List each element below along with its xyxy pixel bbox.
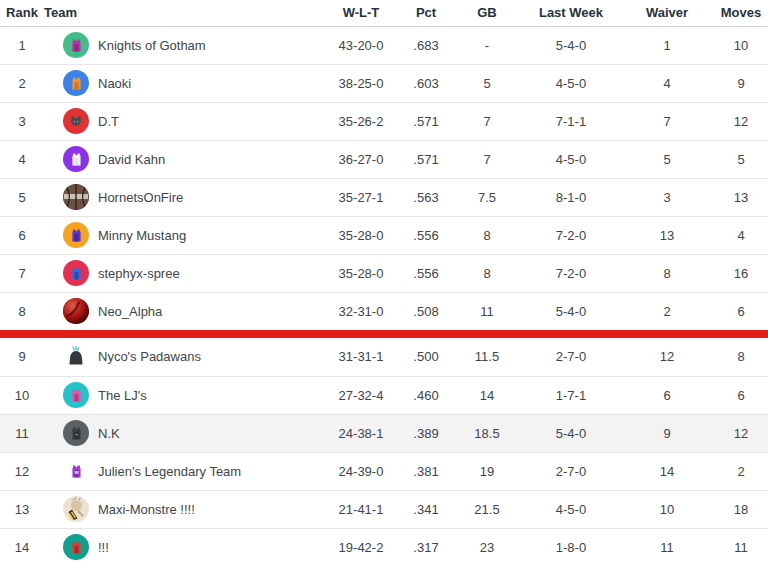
table-row[interactable]: 10 The LJ's 27-32-4 .460 14 1-7-1 6 6 xyxy=(0,376,768,414)
last_week-cell: 7-1-1 xyxy=(522,102,620,140)
pct-cell: .460 xyxy=(400,376,452,414)
team-cell: • N.K xyxy=(44,414,322,452)
last_week-cell: 1-8-0 xyxy=(522,528,620,562)
standings-header: Rank Team W-L-T Pct GB Last Week Waiver … xyxy=(0,0,768,26)
moves-cell: 12 xyxy=(714,414,768,452)
team-avatar[interactable] xyxy=(63,382,89,408)
rank-cell: 1 xyxy=(0,26,44,64)
standings-body: 1 Knights of Gotham 43-20-0 .683 - 5-4-0… xyxy=(0,26,768,562)
moves-cell: 4 xyxy=(714,216,768,254)
team-avatar[interactable] xyxy=(63,534,89,560)
wlt-cell: 43-20-0 xyxy=(322,26,400,64)
team-name-link[interactable]: stephyx-spree xyxy=(98,266,180,281)
pct-cell: .381 xyxy=(400,452,452,490)
table-row[interactable]: 14 !!! 19-42-2 .317 23 1-8-0 11 11 xyxy=(0,528,768,562)
team-name-link[interactable]: N.K xyxy=(98,426,120,441)
gb-cell: 14 xyxy=(452,376,522,414)
table-row[interactable]: 8 Neo_Alpha 32-31-0 .508 11 5-4-0 2 6 xyxy=(0,292,768,330)
rank-cell: 7 xyxy=(0,254,44,292)
team-avatar[interactable] xyxy=(63,260,89,286)
last_week-cell: 4-5-0 xyxy=(522,140,620,178)
pct-cell: .500 xyxy=(400,338,452,376)
jersey-icon xyxy=(69,388,84,403)
table-row[interactable]: 13 Maxi-Monstre !!!! 21-41-1 .341 21.5 4… xyxy=(0,490,768,528)
gb-cell: 11 xyxy=(452,292,522,330)
waiver-cell: 8 xyxy=(620,254,714,292)
jersey-icon: • xyxy=(69,426,84,441)
gb-cell: - xyxy=(452,26,522,64)
rank-cell: 4 xyxy=(0,140,44,178)
waiver-cell: 4 xyxy=(620,64,714,102)
basketball-icon xyxy=(63,184,89,210)
table-row[interactable]: 9 Nyco's Padawans 31-31-1 .500 11.5 2-7-… xyxy=(0,338,768,376)
table-row[interactable]: 11 • N.K 24-38-1 .389 18.5 5-4-0 9 12 xyxy=(0,414,768,452)
table-row[interactable]: 3 D.T 35-26-2 .571 7 7-1-1 7 12 xyxy=(0,102,768,140)
wlt-cell: 24-39-0 xyxy=(322,452,400,490)
team-name-link[interactable]: The LJ's xyxy=(98,388,147,403)
team-name-link[interactable]: Nyco's Padawans xyxy=(98,349,201,364)
team-avatar[interactable] xyxy=(63,108,89,134)
table-row[interactable]: 5 HornetsOnFire 35-27-1 .563 7.5 8-1-0 3… xyxy=(0,178,768,216)
last_week-cell: 4-5-0 xyxy=(522,64,620,102)
team-avatar[interactable] xyxy=(63,32,89,58)
gb-cell: 18.5 xyxy=(452,414,522,452)
moves-cell: 8 xyxy=(714,338,768,376)
team-avatar[interactable] xyxy=(63,70,89,96)
table-row[interactable]: 2 Naoki 38-25-0 .603 5 4-5-0 4 9 xyxy=(0,64,768,102)
waiver-cell: 9 xyxy=(620,414,714,452)
pct-cell: .571 xyxy=(400,102,452,140)
team-name-link[interactable]: Julien's Legendary Team xyxy=(98,464,241,479)
moves-cell: 12 xyxy=(714,102,768,140)
team-cell: Knights of Gotham xyxy=(44,26,322,64)
table-row[interactable]: 12 W Julien's Legendary Team 24-39-0 .38… xyxy=(0,452,768,490)
col-header-last-week: Last Week xyxy=(522,0,620,26)
globe-icon xyxy=(63,298,89,324)
team-name-link[interactable]: Knights of Gotham xyxy=(98,38,206,53)
team-cell: W Julien's Legendary Team xyxy=(44,452,322,490)
wlt-cell: 36-27-0 xyxy=(322,140,400,178)
waiver-cell: 2 xyxy=(620,292,714,330)
team-avatar[interactable] xyxy=(63,184,89,210)
table-row[interactable]: 7 stephyx-spree 35-28-0 .556 8 7-2-0 8 1… xyxy=(0,254,768,292)
wlt-cell: 32-31-0 xyxy=(322,292,400,330)
team-name-link[interactable]: D.T xyxy=(98,114,119,129)
last_week-cell: 8-1-0 xyxy=(522,178,620,216)
team-name-link[interactable]: David Kahn xyxy=(98,152,165,167)
moves-cell: 2 xyxy=(714,452,768,490)
table-row[interactable]: 4 David Kahn 36-27-0 .571 7 4-5-0 5 5 xyxy=(0,140,768,178)
team-cell: Maxi-Monstre !!!! xyxy=(44,490,322,528)
jersey-icon xyxy=(69,38,84,53)
pct-cell: .556 xyxy=(400,216,452,254)
waiver-cell: 1 xyxy=(620,26,714,64)
team-avatar[interactable]: • xyxy=(63,420,89,446)
team-avatar[interactable] xyxy=(63,222,89,248)
gb-cell: 11.5 xyxy=(452,338,522,376)
pct-cell: .571 xyxy=(400,140,452,178)
team-avatar[interactable] xyxy=(63,146,89,172)
gb-cell: 8 xyxy=(452,254,522,292)
wlt-cell: 27-32-4 xyxy=(322,376,400,414)
table-row[interactable]: 1 Knights of Gotham 43-20-0 .683 - 5-4-0… xyxy=(0,26,768,64)
team-avatar[interactable]: W xyxy=(63,458,89,484)
rank-cell: 10 xyxy=(0,376,44,414)
col-header-team: Team xyxy=(44,0,322,26)
team-name-link[interactable]: HornetsOnFire xyxy=(98,190,183,205)
team-avatar[interactable] xyxy=(63,496,89,522)
team-name-link[interactable]: Neo_Alpha xyxy=(98,304,162,319)
team-name-link[interactable]: !!! xyxy=(98,540,109,555)
pct-cell: .317 xyxy=(400,528,452,562)
team-name-link[interactable]: Naoki xyxy=(98,76,131,91)
rank-cell: 2 xyxy=(0,64,44,102)
wlt-cell: 24-38-1 xyxy=(322,414,400,452)
rank-cell: 6 xyxy=(0,216,44,254)
team-name-link[interactable]: Maxi-Monstre !!!! xyxy=(98,502,195,517)
table-row[interactable]: 6 Minny Mustang 35-28-0 .556 8 7-2-0 13 … xyxy=(0,216,768,254)
team-avatar[interactable] xyxy=(63,298,89,324)
team-avatar[interactable] xyxy=(63,344,89,370)
moves-cell: 13 xyxy=(714,178,768,216)
pct-cell: .556 xyxy=(400,254,452,292)
rank-cell: 12 xyxy=(0,452,44,490)
waiver-cell: 13 xyxy=(620,216,714,254)
last_week-cell: 5-4-0 xyxy=(522,414,620,452)
team-name-link[interactable]: Minny Mustang xyxy=(98,228,186,243)
